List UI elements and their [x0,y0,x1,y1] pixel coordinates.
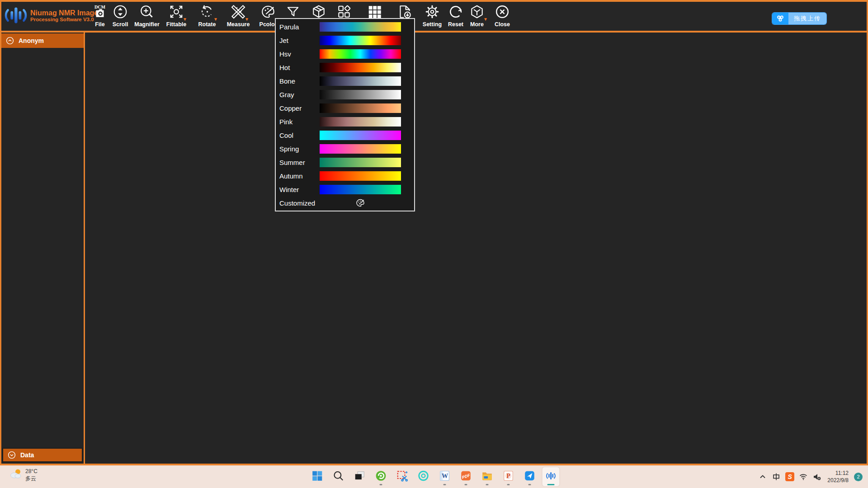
toolbar-item-magnifier[interactable]: Magnifier [132,4,161,28]
left-sidebar: Anonym Data [1,33,85,464]
powerpoint-icon: P [503,470,514,483]
partly-cloudy-icon [9,468,23,482]
workspace: Anonym Data [1,33,867,464]
hsv-gradient-bar [320,49,401,59]
spring-gradient-bar [320,144,401,154]
taskbar-app-search[interactable] [330,467,347,486]
dropdown-caret-icon[interactable]: ▼ [183,17,187,22]
colormap-item-gray[interactable]: Gray [276,88,414,101]
taskbar-app-task-view[interactable] [351,467,368,486]
taskbar-app-teal-ring-app[interactable] [415,467,432,486]
data-panel-label: Data [20,451,34,459]
tray-wifi-icon[interactable] [797,470,809,483]
colormap-item-summer[interactable]: Summer [276,155,414,169]
pdf-reader-icon: PDF [460,470,472,483]
taskbar-app-messenger-app[interactable] [521,467,538,486]
colormap-item-customized[interactable]: Customized [276,196,414,210]
taskbar-app-word[interactable]: W [436,467,453,486]
anonym-panel-label: Anonym [19,37,44,44]
colormap-label: Jet [279,37,320,44]
svg-text:P: P [506,472,510,479]
running-indicator [507,484,510,485]
colormap-label: Spring [279,145,320,153]
sidebar-panel-data[interactable]: Data [2,448,83,462]
windows-taskbar: 28°C 多云 WPDFP S 11:12 2022/9/8 2 [0,465,868,488]
colormap-label: Gray [279,91,320,99]
colormap-item-autumn[interactable]: Autumn [276,169,414,183]
running-indicator [528,484,531,485]
colormap-label: Pink [279,118,320,126]
colormap-label: Customized [279,199,320,207]
colormap-label: Parula [279,23,320,31]
taskbar-clock[interactable]: 11:12 2022/9/8 [827,469,849,484]
toolbar-item-rotate[interactable]: ▼Rotate [193,4,222,28]
colormap-label: Cool [279,131,320,139]
toolbar-item-close[interactable]: Close [488,4,517,28]
tray-sogou-input-icon[interactable]: S [784,470,796,483]
nmr-wave-logo-icon [3,3,28,29]
tray-ime-indicator-icon[interactable] [770,470,782,483]
colormap-item-parula[interactable]: Parula [276,20,414,33]
toolbar-item-more[interactable]: ▼More [462,4,491,28]
tray-volume-muted-icon[interactable] [811,470,823,483]
jet-gradient-bar [320,36,401,45]
colormap-label: Winter [279,186,320,193]
main-toolbar: Niumag NMR Image Processing Software V3.… [1,2,867,31]
taskbar-app-file-explorer[interactable] [479,467,496,486]
hot-gradient-bar [320,63,401,72]
toolbar-item-scroll[interactable]: Scroll [106,4,135,28]
toolbar-item-label: Magnifier [132,21,161,28]
weather-widget[interactable]: 28°C 多云 [5,467,41,483]
taskbar-app-start[interactable] [309,467,326,486]
taskbar-app-pdf-reader[interactable]: PDF [458,467,475,486]
notification-badge[interactable]: 2 [854,473,863,481]
sogou-s-icon: S [785,472,794,481]
tray-hidden-icons-chevron[interactable] [757,470,769,483]
dropdown-caret-icon[interactable]: ▼ [245,17,249,22]
screenshot-tool-icon [396,470,408,483]
search-icon [333,470,344,483]
colormap-item-hot[interactable]: Hot [276,61,414,74]
dropdown-caret-icon[interactable]: ▼ [483,17,488,22]
summer-gradient-bar [320,158,401,167]
task-view-icon [354,470,366,483]
image-canvas[interactable] [86,33,867,464]
colormap-item-hsv[interactable]: Hsv [276,47,414,61]
sidebar-panel-anonym[interactable]: Anonym [1,33,84,48]
more-icon: ▼ [469,4,485,19]
colormap-item-jet[interactable]: Jet [276,33,414,47]
colormap-item-cool[interactable]: Cool [276,128,414,142]
taskbar-app-screenshot-tool[interactable] [394,467,411,486]
colormap-item-bone[interactable]: Bone [276,74,414,88]
drag-upload-widget[interactable]: 拖拽上传 [772,13,826,24]
dropdown-caret-icon[interactable]: ▼ [213,17,218,22]
colormap-item-spring[interactable]: Spring [276,142,414,155]
start-icon [311,470,323,483]
shapes-icon: ▼ [336,4,352,19]
running-indicator [443,484,446,485]
taskbar-app-browser-360[interactable] [373,467,390,486]
toolbar-item-fittable[interactable]: ▼Fittable [162,4,191,28]
setting-icon [425,4,440,19]
colormap-item-copper[interactable]: Copper [276,101,414,115]
scroll-icon [113,4,128,19]
cube-icon [311,4,326,19]
grid-icon: ▼ [367,4,382,19]
taskbar-app-powerpoint[interactable]: P [500,467,517,486]
rotate-icon: ▼ [199,4,215,19]
colormap-label: Summer [279,159,320,166]
weather-condition: 多云 [25,475,38,482]
toolbar-item-label: Measure [224,21,253,28]
colormap-item-pink[interactable]: Pink [276,115,414,128]
word-icon: W [439,470,451,483]
weather-temp: 28°C [25,468,38,475]
palette-icon [320,198,401,208]
running-indicator [486,484,489,485]
colormap-label: Hot [279,64,320,71]
toolbar-item-measure[interactable]: ▼Measure [224,4,253,28]
svg-text:W: W [442,472,448,479]
toolbar-item-label: Fittable [162,21,191,28]
weather-text: 28°C 多云 [25,468,38,482]
colormap-item-winter[interactable]: Winter [276,183,414,196]
taskbar-app-nmr-app[interactable] [542,467,560,486]
